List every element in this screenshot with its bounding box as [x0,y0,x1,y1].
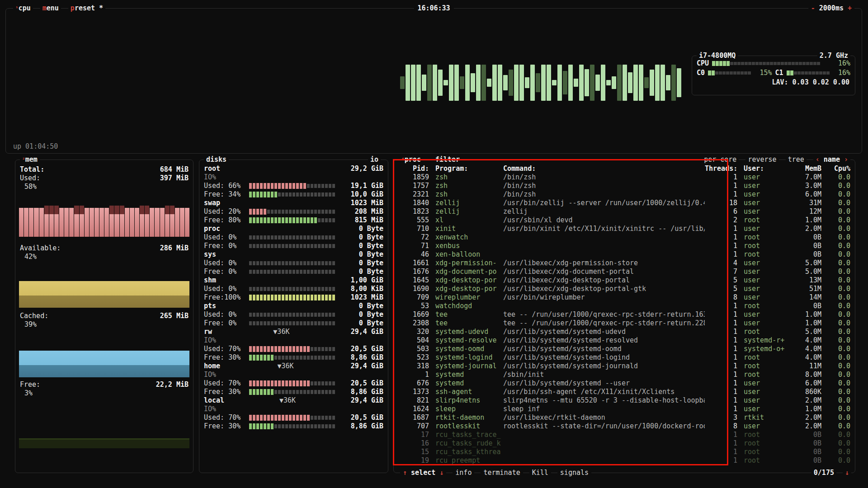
process-row[interactable]: 1676xdg-document-po/usr/libexec/xdg-docu… [399,267,850,276]
meter-block [253,261,255,265]
cpu-graph-bar [623,65,627,101]
sort-right-arrow-icon[interactable]: › [844,155,848,164]
meter-block [715,71,718,75]
process-cpu: 0.0 [821,190,850,199]
meter-block [712,61,715,66]
meter-block [314,424,317,428]
meter-block [267,313,270,317]
tree-toggle[interactable]: tree [786,155,807,164]
process-threads: 1 [705,190,737,199]
process-row[interactable]: 1661xdg-permission-/usr/libexec/xdg-perm… [399,259,850,267]
process-row[interactable]: 318systemd-journal/usr/lib/systemd/syste… [399,362,850,371]
mem-used-graph-fill [39,208,44,237]
process-row[interactable]: 1669teetee -- /run/user/1000/qrexec-rpc-… [399,310,850,319]
meter-block [801,71,804,75]
process-row[interactable]: 46xen-balloon1root0B0.0 [399,250,850,259]
select-control[interactable]: ↑ select ↓ [400,469,446,477]
process-row[interactable]: 1systemd/sbin/init1root8.0M0.0 [399,371,850,379]
mem-used-percent: 58% [24,183,37,191]
process-row[interactable]: 320systemd-udevd/usr/lib/systemd/systemd… [399,328,850,336]
disk-meter-value: 8,00 KiB [346,285,383,293]
meter-block [296,244,299,248]
meter-block [260,295,263,300]
process-row[interactable]: 1859zsh/bin/zsh1user7.0M0.0 [399,173,850,182]
disk-meter-label: Used: 70% [204,345,249,353]
cpu-graph-bar [476,65,481,101]
process-row[interactable]: 1823zellijzellij6user12M0.0 [399,207,850,216]
meter-block [285,415,288,421]
meter-block [314,192,317,197]
meter-block [303,390,306,394]
sort-left-arrow-icon[interactable]: ‹ [816,155,820,164]
process-cpu: 0.0 [821,353,850,362]
disk-meter-row: Used: 70%20,5 GiB [204,413,383,422]
process-row[interactable]: 676systemd/usr/lib/systemd/systemd --use… [399,379,850,388]
process-row[interactable]: 72xenwatch1root0B0.0 [399,233,850,242]
disk-total: 1,00 GiB [351,276,383,285]
meter-block [321,184,324,188]
meter-block [264,209,266,215]
process-command [503,439,705,448]
filter-button[interactable]: filter [433,155,462,164]
disk-io-rate: ▼36K [224,396,351,405]
process-row[interactable]: 1757zsh/bin/zsh1user3.0M0.0 [399,182,850,190]
process-pid: 72 [399,233,429,242]
meter-block [271,244,274,248]
scroll-down-icon[interactable]: ↓ [843,469,851,477]
process-row[interactable]: 821slirp4netnsslirp4netns --mtu 65520 -r… [399,396,850,405]
process-row[interactable]: 1840zellij/usr/bin/zellij --server /run/… [399,199,850,207]
process-row[interactable]: 523systemd-logind/usr/lib/systemd/system… [399,353,850,362]
process-row[interactable]: 1645xdg-desktop-por/usr/libexec/xdg-desk… [399,276,850,285]
process-row[interactable]: 1690xdg-desktop-por/usr/libexec/xdg-desk… [399,285,850,293]
disk-name: swap [204,199,220,207]
process-row[interactable]: 555xl/usr/sbin/xl devd2root1.0M0.0 [399,216,850,225]
process-threads: 1 [705,405,737,413]
process-row[interactable]: 1687rtkit-daemon/usr/libexec/rtkit-daemo… [399,413,850,422]
mem-box-title[interactable]: ²mem [20,155,40,164]
tab-cpu[interactable]: ¹cpu [13,4,33,13]
process-threads: 1 [705,302,737,310]
io-mode-toggle[interactable]: io [368,155,381,164]
info-button[interactable]: info [453,469,474,477]
interval-increase-button[interactable]: + [848,4,852,13]
process-user: root [744,233,793,242]
process-row[interactable]: 504systemd-resolve/usr/lib/systemd/syste… [399,336,850,345]
process-name: systemd-oomd [435,345,499,353]
process-row[interactable]: 17rcu_tasks_trace_1root0B0.0 [399,431,850,439]
process-pid: 71 [399,242,429,250]
signals-button[interactable]: signals [557,469,591,477]
preset-button[interactable]: preset * [68,4,105,13]
process-row[interactable]: 709wireplumber/usr/bin/wireplumber8user1… [399,293,850,302]
meter-block [249,244,252,248]
process-row[interactable]: 15rcu_tasks_kthrea1root0B0.0 [399,448,850,456]
reverse-toggle[interactable]: reverse [745,155,778,164]
meter-block [745,62,748,65]
process-row[interactable]: 1624sleepsleep inf1user1.0M0.0 [399,405,850,413]
process-row[interactable]: 71xenbus1root0B0.0 [399,242,850,250]
interval-decrease-button[interactable]: - [811,4,815,13]
process-row[interactable]: 503systemd-oomd/usr/lib/systemd/systemd-… [399,345,850,353]
mem-used-graph-column [19,199,24,237]
meter-block [329,295,331,300]
process-row[interactable]: 19rcu_preempt1root0B0.0 [399,456,850,465]
process-row[interactable]: 16rcu_tasks_rude_k1root0B0.0 [399,439,850,448]
meter-block [285,380,288,386]
process-row[interactable]: 53watchdogd1root0B0.0 [399,302,850,310]
process-row[interactable]: 710xinit/usr/bin/xinit /etc/X11/xinit/xi… [399,225,850,233]
mem-used-graph-column [185,199,189,237]
per-core-toggle[interactable]: per-core [702,155,739,164]
kill-button[interactable]: Kill [529,469,551,477]
process-row[interactable]: 1373ssh-agent/usr/bin/ssh-agent /etc/X11… [399,388,850,396]
process-row[interactable]: 2321zsh/bin/zsh1user6.0M0.0 [399,190,850,199]
mem-used-graph-column [160,199,165,237]
disk-entry-header: home▼36K29,4 GiB [204,362,383,371]
menu-button[interactable]: menu [40,4,61,13]
disk-used-meter [249,235,346,239]
terminate-button[interactable]: terminate [481,469,523,477]
disk-meter-label: Free: 30% [204,353,249,362]
disk-total: 1023 MiB [351,199,383,207]
process-row[interactable]: 707rootlesskitrootlesskit --state-dir=/r… [399,422,850,431]
process-row[interactable]: 2308teetee -- /run/user/1000/qrexec-rpc-… [399,319,850,328]
mem-used-graph-column [155,199,159,237]
meter-block [289,415,292,421]
